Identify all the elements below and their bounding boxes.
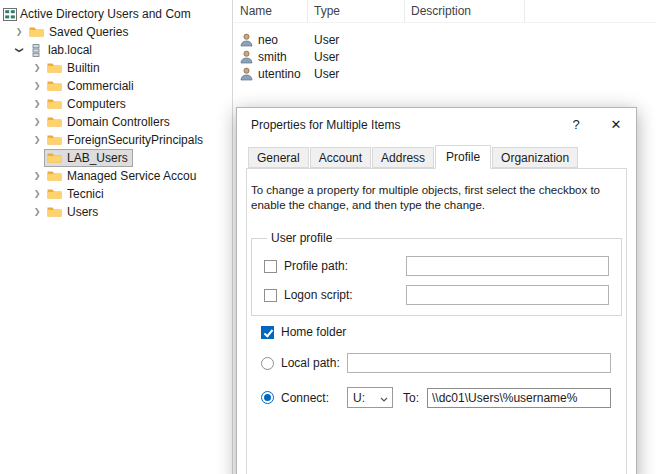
- logon-script-row: Logon script:: [264, 285, 609, 305]
- tree-item-label: Commerciali: [67, 79, 134, 93]
- tab-organization[interactable]: Organization: [492, 147, 578, 168]
- local-path-row: Local path:: [261, 353, 611, 373]
- user-profile-group: User profile Profile path: Logon script:: [251, 231, 622, 316]
- collapse-chevron-icon[interactable]: [12, 43, 26, 57]
- tree-item-label: Computers: [67, 97, 126, 111]
- tree-item-label: Domain Controllers: [67, 115, 170, 129]
- expand-chevron-icon[interactable]: [30, 79, 44, 93]
- expand-chevron-icon[interactable]: [30, 187, 44, 201]
- logon-script-label: Logon script:: [284, 288, 406, 302]
- folder-icon: [47, 98, 62, 110]
- expand-chevron-icon[interactable]: [12, 25, 26, 39]
- dialog-titlebar[interactable]: Properties for Multiple Items ? ✕: [237, 108, 636, 141]
- expand-chevron-icon[interactable]: [30, 61, 44, 75]
- help-button[interactable]: ?: [556, 108, 596, 141]
- list-rows: neo User smith User utentino User: [234, 31, 656, 82]
- user-profile-group-label: User profile: [267, 231, 336, 245]
- tree-item-label: lab.local: [48, 43, 92, 57]
- list-item-smith[interactable]: smith User: [234, 48, 656, 65]
- column-header-filler: [525, 0, 656, 22]
- dialog-title: Properties for Multiple Items: [251, 118, 400, 132]
- tab-profile[interactable]: Profile: [435, 145, 491, 169]
- column-header-description[interactable]: Description: [405, 0, 525, 22]
- home-folder-row: Home folder: [261, 325, 611, 339]
- folder-icon: [47, 116, 62, 128]
- tab-account[interactable]: Account: [310, 147, 371, 168]
- close-icon[interactable]: ✕: [596, 108, 636, 141]
- local-path-label: Local path:: [281, 356, 347, 370]
- tree-item-commerciali[interactable]: Commerciali: [0, 77, 232, 95]
- home-folder-label: Home folder: [281, 325, 346, 339]
- list-item-utentino[interactable]: utentino User: [234, 65, 656, 82]
- tree-item-label: Tecnici: [67, 187, 104, 201]
- properties-dialog: Properties for Multiple Items ? ✕ Genera…: [236, 107, 637, 474]
- tree-item-label: Managed Service Accou: [67, 169, 196, 183]
- expand-chevron-icon[interactable]: [30, 169, 44, 183]
- tree-item-computers[interactable]: Computers: [0, 95, 232, 113]
- expand-chevron-icon[interactable]: [30, 97, 44, 111]
- tab-address[interactable]: Address: [372, 147, 434, 168]
- tree-item-label: ForeignSecurityPrincipals: [67, 133, 203, 147]
- tree-item-tecnici[interactable]: Tecnici: [0, 185, 232, 203]
- tree-item-label: Active Directory Users and Com: [20, 7, 191, 21]
- tree-item-users[interactable]: Users: [0, 203, 232, 221]
- folder-icon: [47, 152, 62, 164]
- user-icon: [240, 33, 253, 47]
- expand-chevron-placeholder: [30, 151, 44, 165]
- local-path-radio[interactable]: [261, 357, 274, 370]
- profile-path-row: Profile path:: [264, 256, 609, 276]
- tree-item-lab-users[interactable]: LAB_Users: [0, 149, 232, 167]
- tab-strip: General Account Address Profile Organiza…: [237, 145, 636, 168]
- to-label: To:: [403, 391, 419, 405]
- tree-item-builtin[interactable]: Builtin: [0, 59, 232, 77]
- tree-item-label: Saved Queries: [49, 25, 128, 39]
- profile-path-label: Profile path:: [284, 259, 406, 273]
- expand-chevron-icon[interactable]: [30, 133, 44, 147]
- tree-item-label: Builtin: [67, 61, 100, 75]
- object-list: Name Type Description neo User smith Use…: [234, 0, 656, 122]
- tree-item-managed-service-accounts[interactable]: Managed Service Accou: [0, 167, 232, 185]
- folder-icon: [47, 134, 62, 146]
- connect-path-input[interactable]: [427, 388, 611, 408]
- expand-chevron-icon[interactable]: [30, 115, 44, 129]
- profile-path-checkbox[interactable]: [264, 260, 277, 273]
- folder-icon: [47, 62, 62, 74]
- tree-item-lab-local[interactable]: lab.local: [0, 41, 232, 59]
- expand-chevron-icon[interactable]: [30, 205, 44, 219]
- tree-item-root[interactable]: Active Directory Users and Com: [0, 5, 232, 23]
- connect-label: Connect:: [281, 391, 347, 405]
- drive-letter-value: U:: [353, 391, 365, 405]
- drive-letter-dropdown[interactable]: U:: [347, 387, 393, 408]
- tree-item-label: LAB_Users: [67, 151, 128, 165]
- tree-item-label: Users: [67, 205, 98, 219]
- logon-script-checkbox[interactable]: [264, 289, 277, 302]
- connect-radio[interactable]: [261, 391, 274, 404]
- folder-icon: [47, 80, 62, 92]
- tab-general[interactable]: General: [248, 147, 309, 168]
- console-tree: Active Directory Users and Com Saved Que…: [0, 0, 233, 474]
- object-name: smith: [258, 50, 287, 64]
- object-type: User: [308, 67, 405, 81]
- column-header-name[interactable]: Name: [234, 0, 308, 22]
- tree-item-domain-controllers[interactable]: Domain Controllers: [0, 113, 232, 131]
- object-type: User: [308, 50, 405, 64]
- list-header: Name Type Description: [234, 0, 656, 23]
- local-path-input[interactable]: [347, 353, 611, 373]
- chevron-down-icon: [380, 391, 388, 405]
- aduc-root-icon: [3, 8, 17, 21]
- profile-tab-page: To change a property for multiple object…: [246, 168, 627, 474]
- list-item-neo[interactable]: neo User: [234, 31, 656, 48]
- domain-icon: [29, 44, 43, 57]
- object-name: utentino: [258, 67, 301, 81]
- logon-script-input[interactable]: [406, 285, 609, 305]
- folder-icon: [47, 206, 62, 218]
- folder-icon: [47, 188, 62, 200]
- profile-path-input[interactable]: [406, 256, 609, 276]
- object-name: neo: [258, 33, 278, 47]
- folder-icon: [47, 170, 62, 182]
- column-header-type[interactable]: Type: [308, 0, 405, 22]
- tree-item-saved-queries[interactable]: Saved Queries: [0, 23, 232, 41]
- object-type: User: [308, 33, 405, 47]
- home-folder-checkbox[interactable]: [261, 326, 274, 339]
- tree-item-foreign-security-principals[interactable]: ForeignSecurityPrincipals: [0, 131, 232, 149]
